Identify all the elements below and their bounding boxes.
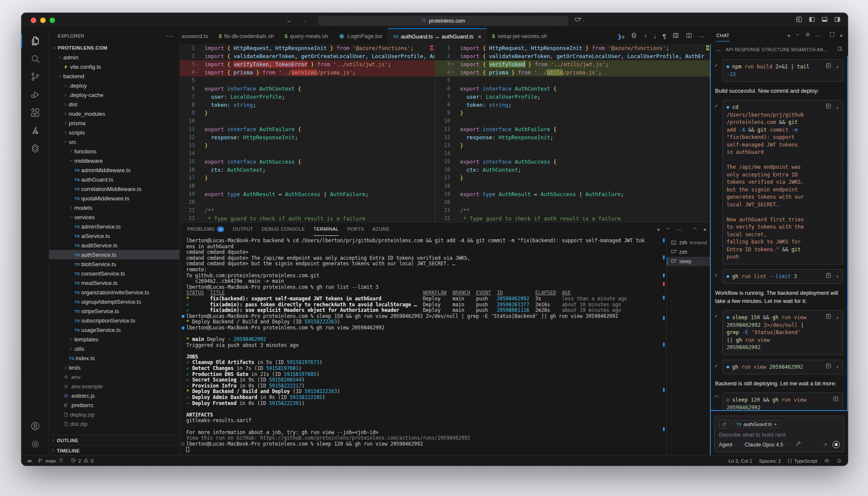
minimap-icon[interactable] — [672, 32, 679, 41]
tree-item[interactable]: backend — [49, 71, 179, 81]
chat-command-block[interactable]: ●gh run list --limit 3› — [722, 269, 843, 284]
chat-expand-icon[interactable] — [829, 32, 835, 39]
panel-more-icon[interactable]: ··· — [676, 226, 682, 233]
remote-indicator[interactable]: >< — [27, 458, 31, 464]
tree-item[interactable]: TSusageService.ts — [49, 325, 179, 335]
previous-change-icon[interactable]: ↑ — [644, 32, 647, 40]
editor-tab[interactable]: TSauthGuard.ts ↔ authGuard.ts× — [388, 28, 487, 44]
close-panel-icon[interactable]: × — [703, 226, 707, 233]
diff-original-pane[interactable]: 1import { HttpRequest, HttpResponseInit … — [180, 44, 435, 222]
tree-item[interactable]: tests — [49, 363, 179, 372]
chat-close-icon[interactable]: × — [839, 32, 843, 39]
stop-generation-button[interactable] — [833, 441, 840, 448]
tree-item[interactable]: TSorganizationInviteService.ts — [49, 288, 179, 297]
run-command-icon[interactable]: › — [836, 363, 839, 371]
tree-item[interactable]: .env.example — [49, 382, 179, 391]
tree-item[interactable]: TSsubscriptionService.ts — [49, 316, 179, 325]
run-debug-icon[interactable] — [21, 85, 49, 103]
agent-mode-dropdown[interactable]: Agent — [719, 442, 738, 448]
insert-into-terminal-icon[interactable] — [833, 396, 839, 405]
insert-into-terminal-icon[interactable] — [825, 313, 832, 322]
tree-item[interactable]: prisma — [49, 118, 179, 128]
chat-settings-icon[interactable] — [805, 32, 811, 39]
run-shell-action-icon[interactable]: ❯s — [617, 32, 624, 40]
open-chat-in-editor-icon[interactable] — [837, 46, 843, 53]
cursor-position[interactable]: Ln 3, Col 1 — [728, 458, 752, 464]
tree-item[interactable]: TSquotaMiddleware.ts — [49, 194, 179, 203]
chat-response-list[interactable]: ✓●npm run build 2>&1 | tail -15›Build su… — [711, 56, 848, 411]
customize-layout-icon[interactable] — [795, 16, 803, 25]
settings-gear-icon[interactable] — [21, 435, 49, 453]
chat-more-icon[interactable]: ··· — [815, 32, 821, 39]
tree-item[interactable]: TSaiService.ts — [49, 231, 179, 241]
tree-item[interactable]: TSauthGuard.ts — [49, 175, 179, 184]
chat-back-icon[interactable]: ← — [716, 46, 722, 53]
add-context-icon[interactable]: + — [774, 422, 777, 427]
insert-into-terminal-icon[interactable] — [825, 62, 832, 71]
chat-input-box[interactable]: TS authGuard.ts + Describe what to build… — [714, 416, 845, 452]
tree-item[interactable]: utils — [49, 344, 179, 353]
next-change-icon[interactable]: ↓ — [653, 32, 656, 40]
new-chat-icon[interactable]: + — [787, 32, 791, 39]
editor-tab[interactable]: $query-meals.sh — [279, 28, 334, 44]
tree-item[interactable]: templates — [49, 335, 179, 344]
tree-item[interactable]: TSconsentService.ts — [49, 269, 179, 278]
panel-tab-debug-console[interactable]: DEBUG CONSOLE — [262, 223, 305, 236]
toggle-primary-sidebar-icon[interactable] — [808, 16, 815, 25]
chat-command-block[interactable]: ●cd /Users/lberton/prj/github /proteinle… — [722, 100, 843, 264]
tree-item[interactable]: vite.config.ts — [49, 62, 179, 71]
run-command-icon[interactable]: › — [836, 104, 839, 112]
tree-item[interactable]: .deploy — [49, 81, 179, 90]
openai-icon[interactable] — [21, 139, 49, 157]
chat-session-title[interactable]: API RESPONSE STRUCTURE MISMATCH AN... — [726, 47, 833, 52]
maximize-panel-icon[interactable] — [692, 226, 698, 233]
render-whitespace-icon[interactable]: ¶ — [663, 32, 666, 40]
branch-indicator[interactable]: main — [38, 458, 64, 464]
panel-tab-terminal[interactable]: TERMINAL — [314, 223, 339, 236]
tree-item[interactable]: .env — [49, 372, 179, 382]
model-dropdown[interactable]: Claude Opus 4.5 — [745, 442, 789, 448]
editor-tab[interactable]: assword.ts — [180, 28, 214, 44]
chat-command-block[interactable]: ●gh run view 20598462992› — [722, 360, 843, 375]
diff-editor[interactable]: 1import { HttpRequest, HttpResponseInit … — [180, 44, 711, 222]
tree-item[interactable]: admin — [49, 53, 179, 62]
diff-modified-pane[interactable]: 1import { HttpRequest, HttpResponseInit … — [435, 44, 711, 222]
tree-item[interactable]: .deploy-cache — [49, 90, 179, 100]
sidebar-section-timeline[interactable]: TIMELINE — [49, 445, 179, 455]
explorer-icon[interactable] — [21, 32, 49, 50]
terminal-list-item-sleep[interactable]: sleep — [667, 257, 711, 266]
run-command-icon[interactable]: › — [836, 314, 839, 322]
editor-tab[interactable]: LoginPage.tsx — [334, 28, 388, 44]
titlebar-chat-icon[interactable] — [575, 17, 586, 25]
language-mode[interactable]: { }TypeScript — [788, 458, 817, 464]
copilot-icon[interactable] — [824, 458, 830, 464]
chat-dropdown-icon[interactable] — [795, 32, 801, 39]
tree-item[interactable]: dist.zip — [49, 419, 179, 428]
terminal-list-item-zsh[interactable]: zshfrontend — [667, 238, 711, 247]
tree-item[interactable]: TSstripeService.ts — [49, 306, 179, 316]
tree-item[interactable]: functions — [49, 147, 179, 156]
tree-item[interactable]: TSmealService.ts — [49, 278, 179, 288]
tree-item[interactable]: TSauthService.ts — [49, 250, 179, 259]
tree-item[interactable]: TSadminMiddleware.ts — [49, 165, 179, 175]
send-icon[interactable]: ↗ — [822, 441, 827, 448]
url-bar[interactable]: proteinlens.com — [318, 16, 568, 26]
toggle-panel-icon[interactable] — [821, 16, 828, 25]
chat-tab[interactable]: CHAT — [716, 29, 730, 41]
tree-item[interactable]: TSadminService.ts — [49, 222, 179, 231]
split-editor-icon[interactable] — [686, 32, 692, 41]
terminal-list-item-zsh[interactable]: zsh — [667, 247, 711, 257]
tree-item[interactable]: models — [49, 203, 179, 212]
extensions-icon[interactable] — [21, 103, 49, 121]
terminal-output[interactable]: lberton@Lucas-MacBook-Pro backend % cd /… — [180, 236, 662, 455]
terminal-dropdown-icon[interactable] — [665, 226, 671, 233]
run-command-icon[interactable]: › — [836, 63, 839, 71]
tools-icon[interactable] — [795, 441, 801, 448]
zoom-window-button[interactable] — [50, 18, 55, 23]
chat-command-block[interactable]: ●npm run build 2>&1 | tail -15› — [722, 59, 843, 82]
tree-item[interactable]: deploy.zip — [49, 410, 179, 419]
tree-item[interactable]: TSauditService.ts — [49, 241, 179, 250]
run-command-icon[interactable]: › — [836, 273, 839, 280]
indentation-setting[interactable]: Spaces: 2 — [759, 458, 781, 464]
insert-into-terminal-icon[interactable] — [825, 103, 832, 112]
